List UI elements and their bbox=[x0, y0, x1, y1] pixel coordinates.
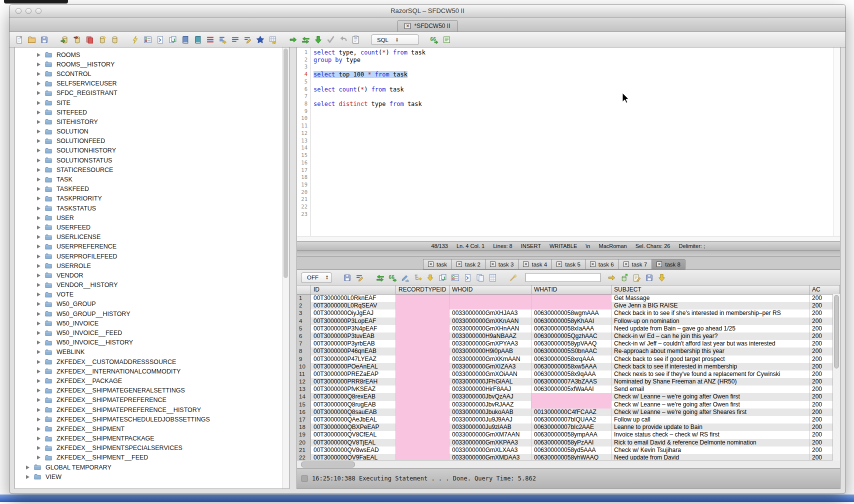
minimize-window-button[interactable] bbox=[26, 8, 32, 14]
tree-item[interactable]: USERFEED bbox=[15, 222, 289, 232]
table-cell[interactable]: Get Massage bbox=[612, 294, 810, 302]
tree-item[interactable]: W50_INVOICE__HISTORY bbox=[15, 338, 289, 348]
zoom-window-button[interactable] bbox=[36, 8, 42, 14]
tree-item[interactable]: ZKFEDEX__SHIPMATEPREFERENCE__HISTORY bbox=[15, 405, 289, 414]
tree-item[interactable]: SOLUTIONHISTORY bbox=[15, 146, 289, 156]
table-cell[interactable]: 006300000058xrqAAA bbox=[532, 356, 612, 363]
view-page-icon[interactable] bbox=[462, 272, 473, 282]
results-tab[interactable]: task 6 bbox=[585, 259, 619, 270]
table-cell[interactable]: 00630000007A3bZAAS bbox=[532, 378, 612, 386]
tree-item[interactable]: SELFSERVICEUSER bbox=[15, 79, 289, 88]
table-row[interactable]: 300T3000000OiyJgEAJ0033000000GmXHJAA3006… bbox=[297, 310, 840, 317]
results-tab[interactable]: task 4 bbox=[518, 259, 552, 270]
disclosure-triangle-icon[interactable] bbox=[37, 331, 40, 335]
tree-item[interactable]: W50_INVOICE__FEED bbox=[15, 328, 289, 338]
table-cell[interactable]: Check nexis to see if they've found a re… bbox=[612, 370, 810, 378]
code-line[interactable] bbox=[314, 93, 833, 100]
editor-horizontal-scrollbar[interactable] bbox=[297, 236, 840, 241]
table-cell[interactable] bbox=[532, 401, 612, 408]
code-line[interactable] bbox=[314, 182, 833, 189]
tree-item[interactable]: TASKPRIORITY bbox=[15, 194, 289, 204]
table-cell[interactable]: Leanne to provide update to Bain bbox=[612, 424, 810, 431]
table-cell[interactable]: 0033000000GmXLXAA3 bbox=[450, 446, 532, 454]
table-cell[interactable]: Check back to see if good target prospec… bbox=[612, 356, 810, 363]
table-row[interactable]: 1500T3000000Q8rugEAB0033000000JbvRJAAZCh… bbox=[297, 401, 840, 408]
sql-editor[interactable]: 1234567891011121314151617181920212223 se… bbox=[297, 48, 840, 236]
table-cell[interactable]: Check w/ Leanne – we're going after Owen… bbox=[612, 401, 810, 408]
import-table-icon[interactable] bbox=[619, 272, 630, 282]
table-row[interactable]: 1700T3000000QAeJbEAL0033000000Ju9J9AAJ00… bbox=[297, 416, 840, 424]
code-line[interactable]: select top 100 * from task bbox=[314, 71, 833, 78]
download-icon[interactable] bbox=[656, 272, 667, 282]
table-cell[interactable] bbox=[396, 340, 450, 348]
table-cell[interactable] bbox=[450, 294, 532, 302]
table-cell[interactable]: Check w/ Leanne – we're going after Owen… bbox=[612, 393, 810, 400]
disclosure-triangle-icon[interactable] bbox=[37, 72, 40, 76]
table-cell[interactable] bbox=[396, 294, 450, 302]
save-icon[interactable] bbox=[39, 35, 50, 45]
help-book-icon[interactable] bbox=[192, 35, 203, 45]
table-cell[interactable]: 00T3000000POeAnEAL bbox=[311, 363, 396, 370]
table-cell[interactable]: 00T3000000PfvKSEAZ bbox=[311, 386, 396, 393]
disclosure-triangle-icon[interactable] bbox=[37, 206, 40, 210]
table-row[interactable]: 100T3000000L0RknEAFGet Massage200 bbox=[297, 294, 840, 302]
table-cell[interactable]: Give Jenn a BIG RAISE bbox=[612, 302, 810, 310]
table-cell[interactable] bbox=[396, 363, 450, 370]
execute-fetch-icon[interactable] bbox=[313, 35, 324, 45]
code-line[interactable]: select type, count(*) from task bbox=[314, 49, 833, 56]
tree-item[interactable]: W50_INVOICE bbox=[15, 318, 289, 328]
disclosure-triangle-icon[interactable] bbox=[37, 379, 40, 383]
tree-item[interactable]: ROOMS__HISTORY bbox=[15, 60, 289, 69]
rollback-icon[interactable] bbox=[338, 35, 348, 45]
tab-close-icon[interactable] bbox=[624, 262, 629, 267]
disclosure-triangle-icon[interactable] bbox=[26, 466, 30, 470]
database-icon[interactable] bbox=[110, 35, 120, 45]
view-row-icon[interactable]: 66 bbox=[388, 272, 398, 282]
code-line[interactable] bbox=[314, 64, 833, 71]
table-row[interactable]: 1100T3000000PREZaEAP0033000000GmXOiAAN00… bbox=[297, 370, 840, 378]
table-cell[interactable]: Check back to see if interested in membe… bbox=[612, 363, 810, 370]
tree-item[interactable]: VIEW bbox=[15, 472, 289, 482]
tree-item[interactable]: ZKFEDEX__SHIPMENTSPECIALSERVICES bbox=[15, 444, 289, 453]
table-cell[interactable]: Need update from David bbox=[612, 454, 810, 460]
table-cell[interactable]: Follow-up on nomination bbox=[612, 318, 810, 325]
disclosure-triangle-icon[interactable] bbox=[37, 398, 40, 402]
table-cell[interactable] bbox=[396, 408, 450, 416]
table-cell[interactable] bbox=[396, 348, 450, 355]
list-blue-icon[interactable] bbox=[230, 35, 240, 45]
table-cell[interactable]: 00630000005S0bnAAC bbox=[532, 348, 612, 355]
code-line[interactable] bbox=[314, 108, 833, 116]
table-cell[interactable]: 006300000058yhWAAQ bbox=[532, 454, 612, 460]
table-row[interactable]: 500T3000000P3N4pEAF0033000000GmXHnAAN006… bbox=[297, 325, 840, 332]
table-row[interactable]: 1000T3000000POeAnEAL0033000000GmXIZAA300… bbox=[297, 363, 840, 370]
tree-item[interactable]: SITEHISTORY bbox=[15, 117, 289, 126]
table-cell[interactable] bbox=[396, 378, 450, 386]
code-line[interactable] bbox=[314, 174, 833, 182]
tree-item[interactable]: TASKSTATUS bbox=[15, 204, 289, 213]
save-grid-icon[interactable] bbox=[644, 272, 654, 282]
table-row[interactable]: 1400T3000000Q8rexEAB0033000000JbvQzAAJCh… bbox=[297, 393, 840, 400]
disclosure-triangle-icon[interactable] bbox=[37, 130, 40, 134]
tree-item[interactable]: W50_GROUP bbox=[15, 300, 289, 309]
generate-sql-icon[interactable] bbox=[155, 35, 166, 45]
table-cell[interactable]: 0033000000JbvQzAAJ bbox=[450, 393, 532, 400]
tree-item[interactable]: STATICRESOURCE bbox=[15, 165, 289, 174]
disclosure-triangle-icon[interactable] bbox=[37, 350, 40, 354]
disclosure-triangle-icon[interactable] bbox=[37, 120, 40, 124]
table-cell[interactable]: Need update from Bain – gave go ahead 1/… bbox=[612, 325, 810, 332]
table-cell[interactable]: 00630000007bIc2AAE bbox=[532, 424, 612, 431]
tree-item[interactable]: ZKFEDEX__INTERNATIONALCOMMODITY bbox=[15, 366, 289, 376]
table-cell[interactable]: 0033000000GmXM7AAN bbox=[450, 431, 532, 438]
table-cell[interactable]: 00T3000000QV8TjEAL bbox=[311, 439, 396, 446]
grid-vscroll-thumb[interactable] bbox=[834, 295, 839, 368]
tree-item[interactable]: GLOBAL TEMPORARY bbox=[15, 462, 289, 472]
table-cell[interactable]: 00T3000000PRR8rEAH bbox=[311, 378, 396, 386]
table-cell[interactable]: 00T3000000Q8sauEAB bbox=[311, 408, 396, 416]
table-cell[interactable]: 0033000000JFhGlAAL bbox=[450, 378, 532, 386]
tree-item[interactable]: SCONTROL bbox=[15, 69, 289, 78]
table-cell[interactable] bbox=[396, 370, 450, 378]
table-cell[interactable]: 006300000058xIaAAA bbox=[532, 325, 612, 332]
disclosure-triangle-icon[interactable] bbox=[37, 168, 40, 172]
table-row[interactable]: 1600T3000000Q8sauEAB0033000000JbukoAAB00… bbox=[297, 408, 840, 416]
code-line[interactable] bbox=[314, 152, 833, 160]
